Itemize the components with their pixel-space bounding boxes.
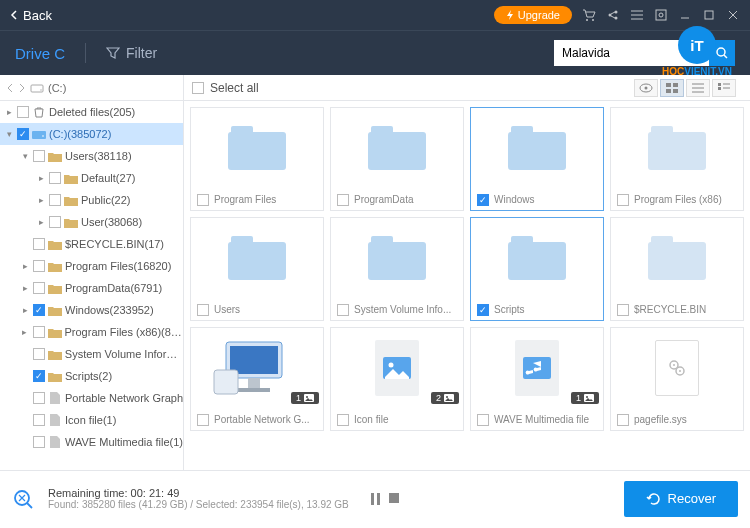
- tree-checkbox[interactable]: [33, 392, 45, 404]
- pause-button[interactable]: [371, 493, 381, 505]
- tree-checkbox[interactable]: [33, 238, 45, 250]
- tree-checkbox[interactable]: [33, 304, 45, 316]
- menu-icon[interactable]: [630, 8, 644, 22]
- tile-checkbox[interactable]: [197, 304, 209, 316]
- tree-item[interactable]: Portable Network Graph: [0, 387, 183, 409]
- svg-rect-5: [656, 10, 666, 20]
- cart-icon[interactable]: [582, 8, 596, 22]
- tree-checkbox[interactable]: [33, 436, 45, 448]
- tree-checkbox[interactable]: [17, 106, 29, 118]
- filter-button[interactable]: Filter: [106, 45, 157, 61]
- tile[interactable]: $RECYCLE.BIN: [610, 217, 744, 321]
- tile[interactable]: Windows: [470, 107, 604, 211]
- tree-checkbox[interactable]: [33, 150, 45, 162]
- tile-checkbox[interactable]: [197, 414, 209, 426]
- tile-checkbox[interactable]: [337, 304, 349, 316]
- tree-item[interactable]: Icon file(1): [0, 409, 183, 431]
- chevron-left-icon[interactable]: [6, 83, 14, 93]
- caret-icon[interactable]: [20, 371, 30, 381]
- tile-checkbox[interactable]: [477, 194, 489, 206]
- chevron-right-icon[interactable]: [18, 83, 26, 93]
- tree-item[interactable]: ▾(C:)(385072): [0, 123, 183, 145]
- caret-icon[interactable]: [20, 415, 30, 425]
- settings-icon[interactable]: [654, 8, 668, 22]
- tree-checkbox[interactable]: [33, 370, 45, 382]
- tile[interactable]: ProgramData: [330, 107, 464, 211]
- svg-rect-17: [666, 89, 671, 93]
- caret-icon[interactable]: ▸: [20, 305, 30, 315]
- caret-icon[interactable]: ▸: [20, 327, 30, 337]
- tree-item[interactable]: ▸Default(27): [0, 167, 183, 189]
- stop-button[interactable]: [389, 493, 399, 505]
- file-icon: [375, 340, 419, 396]
- caret-icon[interactable]: ▾: [4, 129, 14, 139]
- view-preview[interactable]: [634, 79, 658, 97]
- search-button[interactable]: [709, 40, 735, 66]
- search-input[interactable]: [554, 40, 709, 66]
- caret-icon[interactable]: [20, 437, 30, 447]
- caret-icon[interactable]: [20, 239, 30, 249]
- tile-checkbox[interactable]: [477, 304, 489, 316]
- tree-item[interactable]: ▸Program Files(16820): [0, 255, 183, 277]
- select-all-checkbox[interactable]: [192, 82, 204, 94]
- folder-icon: [48, 370, 62, 382]
- tile[interactable]: System Volume Info...: [330, 217, 464, 321]
- tree-item[interactable]: WAVE Multimedia file(1): [0, 431, 183, 453]
- tree-item[interactable]: ▸Deleted files(205): [0, 101, 183, 123]
- tile-checkbox[interactable]: [337, 414, 349, 426]
- tile-checkbox[interactable]: [617, 194, 629, 206]
- tree-item[interactable]: ▸Windows(233952): [0, 299, 183, 321]
- caret-icon[interactable]: ▸: [20, 283, 30, 293]
- tree-checkbox[interactable]: [33, 260, 45, 272]
- tree-item[interactable]: $RECYCLE.BIN(17): [0, 233, 183, 255]
- tile-checkbox[interactable]: [477, 414, 489, 426]
- tile-checkbox[interactable]: [197, 194, 209, 206]
- tile[interactable]: 2 Icon file: [330, 327, 464, 431]
- tree-item[interactable]: ▾Users(38118): [0, 145, 183, 167]
- back-button[interactable]: Back: [10, 8, 52, 23]
- chevron-left-icon: [10, 10, 17, 20]
- caret-icon[interactable]: [20, 349, 30, 359]
- upgrade-button[interactable]: Upgrade: [494, 6, 572, 24]
- tile[interactable]: Users: [190, 217, 324, 321]
- caret-icon[interactable]: ▸: [36, 173, 46, 183]
- tree-checkbox[interactable]: [33, 326, 45, 338]
- recover-button[interactable]: Recover: [624, 481, 738, 517]
- tree-checkbox[interactable]: [17, 128, 29, 140]
- tree-item[interactable]: Scripts(2): [0, 365, 183, 387]
- tile-checkbox[interactable]: [617, 304, 629, 316]
- tree-checkbox[interactable]: [33, 414, 45, 426]
- share-icon[interactable]: [606, 8, 620, 22]
- minimize-icon[interactable]: [678, 8, 692, 22]
- tree-item[interactable]: ▸ProgramData(6791): [0, 277, 183, 299]
- tile[interactable]: Program Files (x86): [610, 107, 744, 211]
- tree-item[interactable]: System Volume Informat: [0, 343, 183, 365]
- svg-point-37: [673, 364, 675, 366]
- caret-icon[interactable]: [20, 393, 30, 403]
- caret-icon[interactable]: ▾: [20, 151, 30, 161]
- caret-icon[interactable]: ▸: [4, 107, 14, 117]
- tile[interactable]: 1 Portable Network G...: [190, 327, 324, 431]
- view-detail[interactable]: [712, 79, 736, 97]
- caret-icon[interactable]: ▸: [36, 195, 46, 205]
- tile[interactable]: Scripts: [470, 217, 604, 321]
- tree-checkbox[interactable]: [33, 348, 45, 360]
- tree-item[interactable]: ▸User(38068): [0, 211, 183, 233]
- close-icon[interactable]: [726, 8, 740, 22]
- view-list[interactable]: [686, 79, 710, 97]
- tree-checkbox[interactable]: [49, 194, 61, 206]
- tile[interactable]: pagefile.sys: [610, 327, 744, 431]
- tile-checkbox[interactable]: [617, 414, 629, 426]
- tree-checkbox[interactable]: [49, 216, 61, 228]
- caret-icon[interactable]: ▸: [20, 261, 30, 271]
- tree-checkbox[interactable]: [33, 282, 45, 294]
- tree-item[interactable]: ▸Program Files (x86)(8918: [0, 321, 183, 343]
- tree-item[interactable]: ▸Public(22): [0, 189, 183, 211]
- tile-checkbox[interactable]: [337, 194, 349, 206]
- maximize-icon[interactable]: [702, 8, 716, 22]
- tile[interactable]: 1 WAVE Multimedia file: [470, 327, 604, 431]
- tree-checkbox[interactable]: [49, 172, 61, 184]
- tile[interactable]: Program Files: [190, 107, 324, 211]
- caret-icon[interactable]: ▸: [36, 217, 46, 227]
- view-grid[interactable]: [660, 79, 684, 97]
